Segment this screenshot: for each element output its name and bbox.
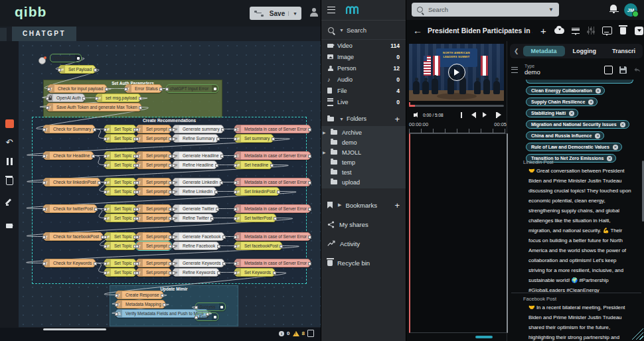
tag-remove-icon[interactable]: ✕ bbox=[620, 122, 625, 127]
metadata-tag[interactable]: China and Russia Influence ✕ bbox=[526, 131, 604, 140]
node-check[interactable]: ƒCheck for facebookPost bbox=[43, 232, 103, 241]
delete-asset-button[interactable] bbox=[618, 26, 628, 36]
node-refine[interactable]: ✳Refine Keywords bbox=[173, 268, 219, 277]
node-refine[interactable]: ✳Refine Twitter bbox=[173, 214, 213, 222]
video-thumbnail[interactable]: NORTH AMERICAN LEADERS SUMMIT bbox=[409, 44, 504, 101]
node-set-prompt[interactable]: ƒSet.prompt bbox=[136, 268, 171, 277]
video-progress-bar[interactable] bbox=[409, 105, 504, 107]
node-server-error[interactable]: ≡Metadata in case of Server Error bbox=[234, 259, 311, 267]
node-set-result[interactable]: ⇄Set Keywords bbox=[234, 268, 275, 277]
node-refine[interactable]: ✳Refine Facebook bbox=[173, 241, 219, 250]
flow-canvas[interactable]: Set Auth Parameters Create Recommendatio… bbox=[19, 41, 321, 327]
chevron-down-icon[interactable]: ▼ bbox=[548, 7, 554, 13]
node-error-status[interactable]: ƒError Status bbox=[125, 84, 162, 93]
clipped-tag[interactable] bbox=[526, 80, 633, 84]
step-forward-button[interactable] bbox=[496, 112, 504, 118]
tab-logging[interactable]: Logging bbox=[565, 46, 605, 56]
pause-button[interactable] bbox=[0, 154, 19, 170]
sidebar-item-bookmarks[interactable]: ▶ Bookmarks + bbox=[321, 196, 406, 214]
linkedin-post-text[interactable]: 🤝 Great conversation between President B… bbox=[528, 166, 633, 297]
status-node[interactable] bbox=[39, 57, 46, 64]
node-check[interactable]: ƒCheck for linkedinPost bbox=[43, 178, 100, 186]
node-set-topic[interactable]: ⇄Set Topic bbox=[104, 161, 136, 169]
add-folder-button[interactable]: + bbox=[394, 115, 400, 123]
node-set-topic[interactable]: ⇄Set Topic bbox=[104, 125, 136, 133]
node-openai-auth[interactable]: OpenAI Auth bbox=[46, 94, 85, 102]
tag-remove-icon[interactable]: ✕ bbox=[569, 111, 574, 116]
undo-button[interactable]: ↶ bbox=[0, 135, 19, 151]
type-value[interactable]: demo bbox=[524, 68, 599, 76]
step-back-button[interactable] bbox=[469, 112, 477, 118]
node-check[interactable]: ƒCheck for Summary bbox=[43, 125, 95, 133]
node-set-result[interactable]: ⇄Set summary bbox=[234, 134, 274, 143]
changes-icon[interactable] bbox=[307, 330, 314, 337]
node-generate[interactable]: ✳Generate Keywords bbox=[173, 259, 224, 267]
node-set-msg-payload[interactable]: ⇄set msg.payload bbox=[96, 94, 141, 102]
metadata-tag[interactable]: Migration and National Security Issues ✕ bbox=[526, 120, 629, 129]
media-type-row[interactable]: Image 0 bbox=[321, 51, 406, 62]
node-set-result[interactable]: ⇄Set headline bbox=[234, 161, 272, 169]
node-create-response[interactable]: ƒCreate Response bbox=[116, 291, 163, 299]
flow-tab-stub[interactable] bbox=[0, 28, 7, 42]
node-generate[interactable]: ✳Generate LinkedIn bbox=[173, 178, 222, 186]
sidebar-item-activity[interactable]: Activity bbox=[321, 235, 406, 252]
node-set-prompt[interactable]: ƒSet prompt bbox=[136, 187, 171, 196]
node-refine[interactable]: ✳Refine LinkedIn bbox=[173, 187, 216, 196]
tag-remove-icon[interactable]: ✕ bbox=[596, 88, 601, 94]
chevron-down-icon[interactable]: ▼ bbox=[339, 28, 344, 33]
save-dropdown-caret[interactable]: ▼ bbox=[288, 11, 301, 16]
folder-row[interactable]: test bbox=[321, 167, 406, 177]
node-server-error[interactable]: ≡Metadata in case of Server Error bbox=[234, 151, 311, 160]
timeline-scrollbar[interactable] bbox=[475, 336, 493, 338]
node-set-prompt[interactable]: ƒSet prompt bbox=[136, 125, 171, 133]
media-type-row[interactable]: Live 0 bbox=[321, 96, 406, 107]
node-refine[interactable]: ✳Refine Summary bbox=[173, 134, 218, 143]
node-success[interactable]: Success bbox=[195, 303, 226, 311]
node-set-result[interactable]: ⇄Set facebookPost bbox=[234, 241, 282, 250]
node-refine[interactable]: ✳Refine Headline bbox=[173, 161, 217, 169]
metadata-tag[interactable]: Clean Energy Collaboration ✕ bbox=[526, 86, 605, 95]
node-set-topic[interactable]: ⇄Set Topic bbox=[104, 204, 136, 213]
node-set-topic[interactable]: ⇄Set Topic bbox=[104, 134, 136, 143]
avatar[interactable]: JM bbox=[624, 3, 637, 17]
sidebar-item-my-shares[interactable]: My shares bbox=[321, 216, 406, 233]
node-set-prompt[interactable]: ƒSet.prompt bbox=[136, 214, 171, 222]
node-check[interactable]: ƒCheck for Keywords bbox=[43, 259, 96, 267]
node-set-result[interactable]: ⇄Set linkedinPost bbox=[234, 187, 280, 196]
drag-handle-icon[interactable] bbox=[511, 67, 518, 73]
node-server-error[interactable]: ≡Metadata in case of Server Error bbox=[234, 204, 311, 213]
folder-row[interactable]: temp bbox=[321, 157, 406, 167]
revert-icon[interactable] bbox=[633, 66, 641, 73]
node-set-topic[interactable]: ⇄Set Topic bbox=[104, 259, 136, 267]
node-webhook[interactable]: Webhook bbox=[50, 54, 82, 62]
node-generate[interactable]: ✳Generate Twitter bbox=[173, 204, 218, 213]
expand-arrow-icon[interactable]: ▶ bbox=[323, 130, 326, 135]
tag-remove-icon[interactable]: ✕ bbox=[607, 156, 612, 161]
subtitles-button[interactable] bbox=[602, 26, 612, 36]
node-error[interactable]: Error bbox=[195, 312, 218, 321]
mark-in-button[interactable] bbox=[461, 112, 462, 118]
node-set-result[interactable]: ⇄Set twitterPost bbox=[234, 214, 276, 222]
download-button[interactable] bbox=[554, 26, 564, 36]
node-metadata-mapping[interactable]: ƒMetadata Mapping bbox=[116, 300, 165, 308]
media-type-row[interactable]: Video 114 bbox=[321, 40, 406, 51]
node-chatgpt-input-error[interactable]: chatGPT Input Error bbox=[166, 84, 218, 93]
node-server-error[interactable]: ≡Metadata in case of Server Error bbox=[234, 232, 311, 241]
node-set-prompt[interactable]: ƒSet prompt bbox=[136, 151, 171, 160]
folder-row[interactable]: demo bbox=[321, 137, 406, 147]
node-set-topic[interactable]: ⇄Set Topic bbox=[104, 232, 136, 241]
node-server-error[interactable]: ≡Metadata in case of Server Error bbox=[234, 125, 311, 133]
node-set-topic[interactable]: ⇄Set Topic bbox=[104, 178, 136, 186]
media-type-row[interactable]: Person 12 bbox=[321, 62, 406, 74]
tabs-scroll-left-icon[interactable]: ❮ bbox=[510, 48, 523, 54]
vertical-scrollbar[interactable] bbox=[642, 161, 644, 222]
node-generate[interactable]: ✳Generate summary bbox=[173, 125, 224, 133]
node-generate[interactable]: ✳Generate Headline bbox=[173, 151, 223, 160]
node-set-prompt[interactable]: ƒSet prompt bbox=[136, 161, 171, 169]
metadata-tag[interactable]: Supply Chain Resilience ✕ bbox=[526, 98, 598, 106]
horizontal-scrollbar[interactable] bbox=[43, 328, 106, 330]
node-generate[interactable]: ✳Generate Facebook bbox=[173, 232, 224, 241]
warning-icon[interactable] bbox=[293, 331, 299, 336]
delete-button[interactable] bbox=[0, 173, 19, 189]
node-set-prompt[interactable]: ƒSet.prompt bbox=[136, 259, 171, 267]
